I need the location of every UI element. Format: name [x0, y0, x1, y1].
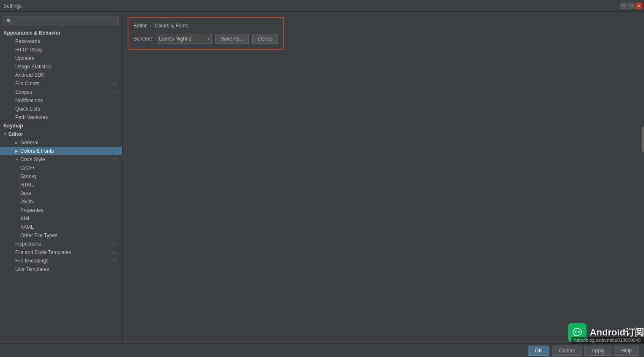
- maximize-button[interactable]: □: [628, 3, 635, 9]
- sidebar-item-code-style[interactable]: ▼ Code Style ⚙: [0, 155, 122, 164]
- sidebar-item-java[interactable]: Java: [0, 189, 122, 197]
- sidebar-item-notifications[interactable]: Notifications: [0, 96, 122, 105]
- delete-button[interactable]: Delete: [252, 34, 278, 44]
- gear-icon: ⚙: [113, 250, 117, 255]
- sidebar-item-label: Appearance & Behavior: [3, 30, 117, 36]
- breadcrumb-parent: Editor: [134, 23, 147, 29]
- gear-icon: ⚙: [113, 89, 117, 95]
- gear-icon: ⚙: [113, 241, 117, 247]
- title-bar: Settings ─ □ ✕: [0, 0, 644, 12]
- search-box[interactable]: 🔍: [3, 16, 119, 26]
- sidebar-item-cpp[interactable]: C/C++: [0, 164, 122, 172]
- tree-arrow-right: ▶: [15, 149, 20, 153]
- close-button[interactable]: ✕: [636, 3, 642, 9]
- sidebar-item-xml[interactable]: XML: [0, 214, 122, 223]
- breadcrumb-separator: ›: [150, 23, 152, 29]
- scheme-select[interactable]: Ladies Night 2 Default Darcula Monokai: [157, 34, 212, 44]
- sidebar-item-usage-stats[interactable]: Usage Statistics: [0, 62, 122, 71]
- main-container: 🔍 Appearance & Behavior Passwords HTTP P…: [0, 12, 644, 343]
- breadcrumb: Editor › Colors & Fonts: [134, 23, 278, 29]
- gear-icon: ⚙: [113, 157, 117, 162]
- bottom-bar: OK Cancel Apply Help: [0, 343, 644, 357]
- scheme-label: Scheme:: [134, 36, 153, 42]
- sidebar-item-android-sdk[interactable]: Android SDK: [0, 71, 122, 79]
- sidebar-item-file-encodings[interactable]: File Encodings ⚙: [0, 257, 122, 265]
- sidebar-item-general[interactable]: ▶ General: [0, 138, 122, 147]
- help-button[interactable]: Help: [614, 346, 639, 356]
- sidebar-item-appearance[interactable]: Appearance & Behavior: [0, 29, 122, 37]
- content-panel: Editor › Colors & Fonts Scheme: Ladies N…: [128, 17, 284, 50]
- sidebar-item-passwords[interactable]: Passwords: [0, 37, 122, 46]
- breadcrumb-current: Colors & Fonts: [155, 23, 188, 29]
- sidebar-item-other-file-types[interactable]: Other File Types: [0, 231, 122, 240]
- sidebar-item-quick-lists[interactable]: Quick Lists: [0, 105, 122, 113]
- ok-button[interactable]: OK: [528, 346, 549, 356]
- search-icon: 🔍: [6, 19, 12, 24]
- sidebar-item-properties[interactable]: Properties: [0, 206, 122, 214]
- sidebar-item-yaml[interactable]: YAML: [0, 223, 122, 231]
- search-input[interactable]: [14, 18, 116, 24]
- sidebar-item-path-variables[interactable]: Path Variables: [0, 113, 122, 122]
- minimize-button[interactable]: ─: [620, 3, 627, 9]
- save-as-button[interactable]: Save As...: [215, 34, 249, 44]
- sidebar-item-file-colors[interactable]: File Colors ⚙: [0, 79, 122, 88]
- gear-icon: ⚙: [113, 258, 117, 264]
- sidebar: 🔍 Appearance & Behavior Passwords HTTP P…: [0, 12, 123, 343]
- tree-arrow-down: ▼: [3, 132, 8, 136]
- sidebar-item-live-templates[interactable]: Live Templates: [0, 265, 122, 273]
- sidebar-item-groovy[interactable]: Groovy: [0, 172, 122, 181]
- apply-button[interactable]: Apply: [584, 346, 611, 356]
- sidebar-item-scopes[interactable]: Scopes ⚙: [0, 88, 122, 96]
- window-controls: ─ □ ✕: [620, 0, 642, 11]
- cancel-button[interactable]: Cancel: [552, 346, 582, 356]
- scheme-select-wrapper: Ladies Night 2 Default Darcula Monokai ▼: [157, 34, 212, 44]
- sidebar-item-updates[interactable]: Updates: [0, 54, 122, 62]
- tree-arrow-down: ▼: [15, 157, 20, 162]
- sidebar-item-inspections[interactable]: Inspections ⚙: [0, 240, 122, 248]
- scheme-row: Scheme: Ladies Night 2 Default Darcula M…: [134, 34, 278, 44]
- content-area: Editor › Colors & Fonts Scheme: Ladies N…: [123, 12, 644, 343]
- sidebar-item-http-proxy[interactable]: HTTP Proxy: [0, 46, 122, 54]
- sidebar-item-html[interactable]: HTML: [0, 181, 122, 189]
- sidebar-item-colors-fonts[interactable]: ▶ Colors & Fonts: [0, 147, 122, 155]
- sidebar-item-json[interactable]: JSON: [0, 197, 122, 206]
- sidebar-item-keymap[interactable]: Keymap: [0, 122, 122, 130]
- tree-arrow-right: ▶: [15, 141, 20, 145]
- sidebar-item-file-code-templates[interactable]: File and Code Templates ⚙: [0, 248, 122, 257]
- sidebar-item-editor[interactable]: ▼ Editor: [0, 130, 122, 138]
- window-title: Settings: [3, 3, 22, 9]
- gear-icon: ⚙: [113, 81, 117, 87]
